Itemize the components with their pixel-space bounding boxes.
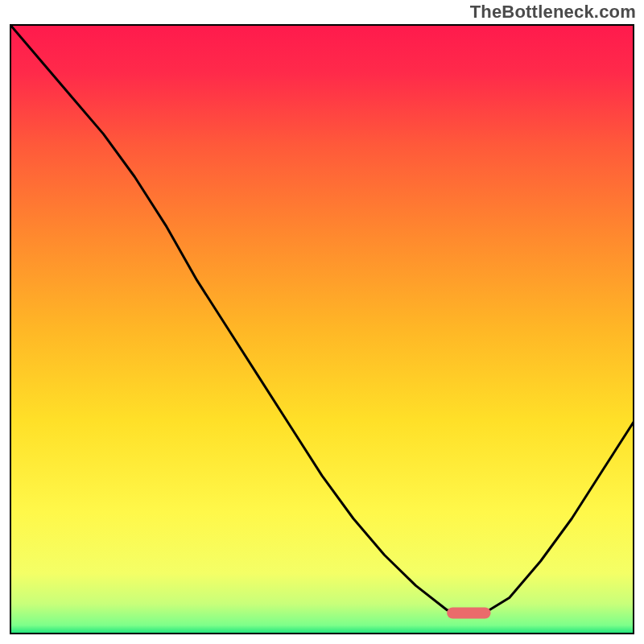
gradient-background: [10, 24, 634, 634]
watermark-text: TheBottleneck.com: [470, 2, 636, 23]
bottleneck-plot: [10, 24, 634, 634]
minimum-marker: [447, 608, 490, 619]
chart-container: TheBottleneck.com: [0, 0, 644, 644]
